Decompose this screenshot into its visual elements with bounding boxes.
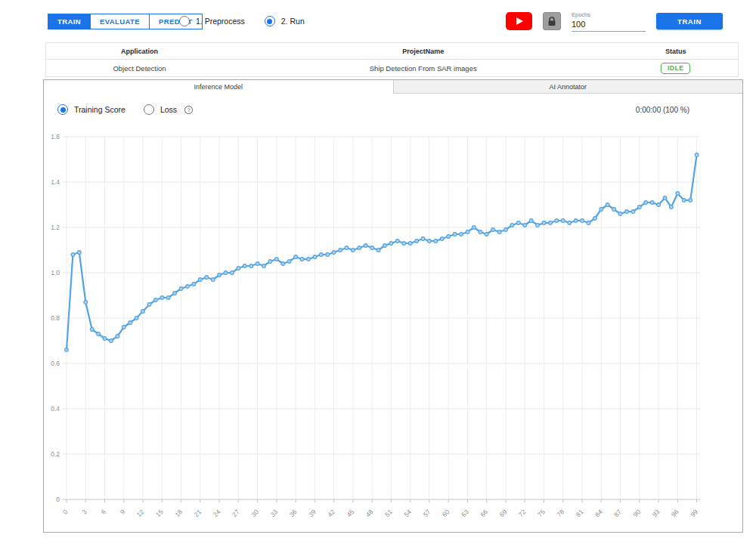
svg-text:36: 36 — [288, 508, 299, 518]
status-column-header: Status — [613, 48, 738, 55]
svg-text:69: 69 — [498, 508, 509, 518]
svg-text:66: 66 — [479, 508, 489, 518]
tab-ai-annotator[interactable]: AI Annotator — [393, 80, 743, 94]
metric-radio-group: Training Score Loss ? — [57, 104, 193, 115]
svg-text:0: 0 — [61, 508, 70, 516]
svg-text:1.6: 1.6 — [51, 133, 60, 141]
epochs-label: Epochs — [572, 11, 646, 18]
svg-text:33: 33 — [269, 508, 280, 518]
svg-text:0.6: 0.6 — [51, 360, 60, 367]
svg-text:0.2: 0.2 — [51, 450, 60, 458]
toolbar-right-cluster: Epochs TRAIN — [506, 9, 723, 33]
preprocess-step-radio[interactable]: 1. Preprocess — [179, 16, 245, 26]
project-table: Application ProjectName Status Object De… — [45, 42, 739, 77]
train-button[interactable]: TRAIN — [656, 13, 723, 29]
training-score-radio[interactable]: Training Score — [57, 104, 125, 115]
svg-text:42: 42 — [326, 508, 336, 518]
loss-label: Loss — [160, 105, 177, 114]
svg-text:18: 18 — [173, 508, 184, 518]
svg-text:30: 30 — [249, 508, 260, 518]
status-cell: IDLE — [613, 63, 738, 74]
radio-icon — [57, 104, 68, 115]
svg-text:1.2: 1.2 — [51, 224, 60, 231]
svg-text:81: 81 — [575, 508, 585, 518]
svg-text:1.0: 1.0 — [51, 269, 60, 277]
panel-tabs: Inference Model AI Annotator — [44, 80, 742, 94]
training-panel: Inference Model AI Annotator Training Sc… — [43, 79, 743, 533]
svg-text:90: 90 — [631, 508, 642, 518]
svg-text:6: 6 — [99, 508, 107, 516]
svg-text:0.4: 0.4 — [51, 405, 60, 413]
projectname-column-header: ProjectName — [233, 48, 613, 55]
play-icon — [516, 17, 523, 25]
svg-text:75: 75 — [536, 508, 547, 518]
run-step-label: 2. Run — [281, 17, 305, 26]
svg-text:84: 84 — [593, 508, 604, 518]
svg-text:21: 21 — [192, 508, 203, 518]
svg-text:63: 63 — [460, 508, 470, 518]
svg-text:48: 48 — [364, 508, 375, 518]
top-toolbar: TRAIN EVALUATE PREDICT 1. Preprocess 2. … — [0, 0, 756, 38]
svg-text:1.4: 1.4 — [51, 178, 60, 186]
svg-text:51: 51 — [383, 508, 394, 518]
application-cell: Object Detection — [46, 64, 233, 73]
training-score-label: Training Score — [74, 105, 125, 114]
radio-icon — [265, 16, 275, 26]
table-header-row: Application ProjectName Status — [46, 43, 738, 60]
lock-button[interactable] — [543, 12, 561, 30]
preprocess-step-label: 1. Preprocess — [196, 17, 245, 26]
epochs-input[interactable] — [572, 19, 646, 32]
svg-text:15: 15 — [154, 508, 165, 518]
training-score-chart: 00.20.40.60.81.01.21.41.6036912151821242… — [44, 125, 742, 532]
application-column-header: Application — [46, 48, 233, 55]
loss-radio[interactable]: Loss ? — [144, 104, 193, 115]
epochs-field: Epochs — [572, 11, 646, 32]
svg-text:39: 39 — [307, 508, 318, 518]
step-radio-group: 1. Preprocess 2. Run — [179, 16, 305, 26]
svg-text:27: 27 — [231, 508, 241, 518]
svg-text:96: 96 — [670, 508, 680, 518]
status-badge: IDLE — [661, 63, 690, 74]
tab-inference-model[interactable]: Inference Model — [44, 80, 393, 94]
train-mode-button[interactable]: TRAIN — [48, 14, 90, 29]
svg-text:87: 87 — [612, 508, 623, 518]
svg-text:78: 78 — [555, 508, 565, 518]
svg-text:54: 54 — [402, 508, 413, 518]
lock-icon — [547, 17, 556, 26]
project-name-cell: Ship Detection From SAR images — [233, 64, 613, 73]
svg-text:60: 60 — [441, 508, 451, 518]
svg-text:0: 0 — [56, 496, 60, 503]
radio-icon — [179, 16, 190, 26]
svg-text:93: 93 — [651, 508, 662, 518]
svg-text:24: 24 — [212, 508, 222, 518]
svg-text:12: 12 — [135, 508, 146, 518]
svg-text:3: 3 — [80, 508, 88, 516]
play-button[interactable] — [506, 12, 532, 30]
evaluate-mode-button[interactable]: EVALUATE — [90, 14, 149, 29]
svg-text:9: 9 — [119, 508, 127, 516]
table-row[interactable]: Object Detection Ship Detection From SAR… — [46, 60, 738, 76]
svg-text:0.8: 0.8 — [51, 314, 60, 322]
run-step-radio[interactable]: 2. Run — [265, 16, 305, 26]
elapsed-time-label: 0:00:00 (100 %) — [636, 106, 689, 114]
svg-text:72: 72 — [517, 508, 528, 518]
svg-text:45: 45 — [345, 508, 356, 518]
svg-text:99: 99 — [689, 508, 699, 518]
loss-help-icon[interactable]: ? — [184, 106, 193, 114]
radio-icon — [144, 104, 154, 115]
svg-text:57: 57 — [422, 508, 432, 518]
